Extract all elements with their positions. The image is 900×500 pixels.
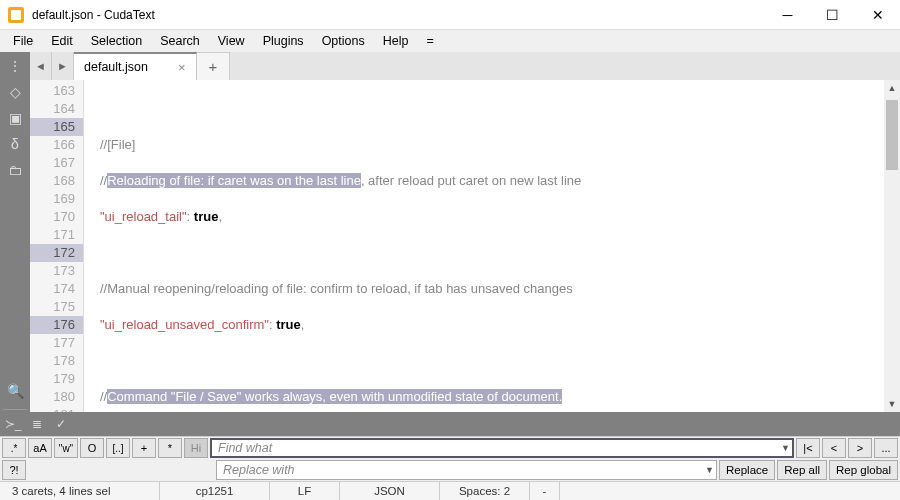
statusbar: 3 carets, 4 lines sel cp1251 LF JSON Spa… — [0, 481, 900, 500]
find-opt-wrap[interactable]: O — [80, 438, 104, 458]
status-selection[interactable]: 3 carets, 4 lines sel — [0, 482, 160, 500]
gutter-line: 169 — [30, 190, 75, 208]
tab-close-icon[interactable]: × — [178, 60, 186, 75]
sidebar-divider — [3, 409, 27, 410]
tab-default-json[interactable]: default.json × — [74, 52, 197, 80]
menubar: File Edit Selection Search View Plugins … — [0, 30, 900, 52]
symbol-icon[interactable]: δ — [5, 134, 25, 154]
find-more-button[interactable]: ... — [874, 438, 898, 458]
menu-search[interactable]: Search — [151, 32, 209, 50]
code-area[interactable]: //[File] //Reloading of file: if caret w… — [84, 80, 900, 412]
replace-all-button[interactable]: Rep all — [777, 460, 827, 480]
find-replace-panel: .* aA "w" O [..] + * Hi Find what▼ |< < … — [0, 436, 900, 481]
minimize-button[interactable]: ─ — [765, 0, 810, 30]
gutter-line: 179 — [30, 370, 75, 388]
code-line: //Command "File / Save" works always, ev… — [100, 388, 900, 406]
menu-edit[interactable]: Edit — [42, 32, 82, 50]
vertical-scrollbar[interactable]: ▲ ▼ — [884, 80, 900, 412]
code-line: "ui_reload_tail": true, — [100, 208, 900, 226]
find-next-button[interactable]: > — [848, 438, 872, 458]
replace-input[interactable]: Replace with▼ — [216, 460, 717, 480]
status-encoding[interactable]: cp1251 — [160, 482, 270, 500]
code-line: "ui_reload_unsaved_confirm": true, — [100, 316, 900, 334]
gutter-line: 174 — [30, 280, 75, 298]
gutter-line: 180 — [30, 388, 75, 406]
window-title: default.json - CudaText — [32, 8, 155, 22]
find-opt-insel[interactable]: [..] — [106, 438, 130, 458]
status-msg — [560, 482, 900, 500]
find-prev-button[interactable]: < — [822, 438, 846, 458]
gutter-line: 163 — [30, 82, 75, 100]
gutter: 1631641651661671681691701711721731741751… — [30, 80, 84, 412]
tab-next-button[interactable]: ► — [52, 52, 74, 80]
find-opt-plus[interactable]: + — [132, 438, 156, 458]
code-line: //[File] — [100, 136, 900, 154]
console-icon[interactable]: ≻_ — [4, 415, 22, 433]
gutter-line: 181 — [30, 406, 75, 412]
tab-bar: ◄ ► default.json × + — [30, 52, 900, 80]
status-line-ends[interactable]: LF — [270, 482, 340, 500]
gutter-line: 171 — [30, 226, 75, 244]
editor[interactable]: 1631641651661671681691701711721731741751… — [30, 80, 900, 412]
gutter-line: 172 — [30, 244, 83, 262]
menu-options[interactable]: Options — [313, 32, 374, 50]
validate-icon[interactable]: ✓ — [52, 415, 70, 433]
titlebar: default.json - CudaText ─ ☐ ✕ — [0, 0, 900, 30]
tab-label: default.json — [84, 60, 148, 74]
menu-help[interactable]: Help — [374, 32, 418, 50]
close-button[interactable]: ✕ — [855, 0, 900, 30]
find-opt-hi[interactable]: Hi — [184, 438, 208, 458]
status-lexer[interactable]: JSON — [340, 482, 440, 500]
gutter-line: 176 — [30, 316, 83, 334]
find-opt-regex[interactable]: .* — [2, 438, 26, 458]
find-opt-word[interactable]: "w" — [54, 438, 78, 458]
project-icon[interactable]: ▣ — [5, 108, 25, 128]
gutter-line: 167 — [30, 154, 75, 172]
menu-plugins[interactable]: Plugins — [254, 32, 313, 50]
find-input[interactable]: Find what▼ — [210, 438, 794, 458]
dropdown-icon[interactable]: ▼ — [705, 465, 714, 475]
menu-file[interactable]: File — [4, 32, 42, 50]
gutter-line: 164 — [30, 100, 75, 118]
code-line: //Reloading of file: if caret was on the… — [100, 172, 900, 190]
find-opt-confirm[interactable]: ?! — [2, 460, 26, 480]
app-icon — [8, 7, 24, 23]
gutter-line: 170 — [30, 208, 75, 226]
menu-icon[interactable]: ⋮ — [5, 56, 25, 76]
sidebar: ⋮ ◇ ▣ δ 🗀 🔍 — [0, 52, 30, 412]
menu-eq[interactable]: = — [417, 32, 442, 50]
replace-global-button[interactable]: Rep global — [829, 460, 898, 480]
scroll-up-icon[interactable]: ▲ — [884, 80, 900, 96]
gutter-line: 178 — [30, 352, 75, 370]
gutter-line: 165 — [30, 118, 83, 136]
gutter-line: 177 — [30, 334, 75, 352]
status-dash[interactable]: - — [530, 482, 560, 500]
gutter-line: 168 — [30, 172, 75, 190]
search-icon[interactable]: 🔍 — [5, 381, 25, 401]
menu-selection[interactable]: Selection — [82, 32, 151, 50]
code-line: //Manual reopening/reloading of file: co… — [100, 280, 900, 298]
scroll-down-icon[interactable]: ▼ — [884, 396, 900, 412]
code-line — [100, 244, 900, 262]
code-line — [100, 352, 900, 370]
tab-new-button[interactable]: + — [197, 52, 231, 80]
replace-button[interactable]: Replace — [719, 460, 775, 480]
dropdown-icon[interactable]: ▼ — [781, 443, 790, 453]
find-opt-star[interactable]: * — [158, 438, 182, 458]
scrollbar-thumb[interactable] — [886, 100, 898, 170]
gutter-line: 175 — [30, 298, 75, 316]
gutter-line: 173 — [30, 262, 75, 280]
find-opt-case[interactable]: aA — [28, 438, 52, 458]
maximize-button[interactable]: ☐ — [810, 0, 855, 30]
output-icon[interactable]: ≣ — [28, 415, 46, 433]
folder-icon[interactable]: 🗀 — [5, 160, 25, 180]
tab-prev-button[interactable]: ◄ — [30, 52, 52, 80]
find-first-button[interactable]: |< — [796, 438, 820, 458]
code-tree-icon[interactable]: ◇ — [5, 82, 25, 102]
gutter-line: 166 — [30, 136, 75, 154]
menu-view[interactable]: View — [209, 32, 254, 50]
status-tabsize[interactable]: Spaces: 2 — [440, 482, 530, 500]
bottom-sidebar: ≻_ ≣ ✓ — [0, 412, 900, 436]
code-line — [100, 100, 900, 118]
